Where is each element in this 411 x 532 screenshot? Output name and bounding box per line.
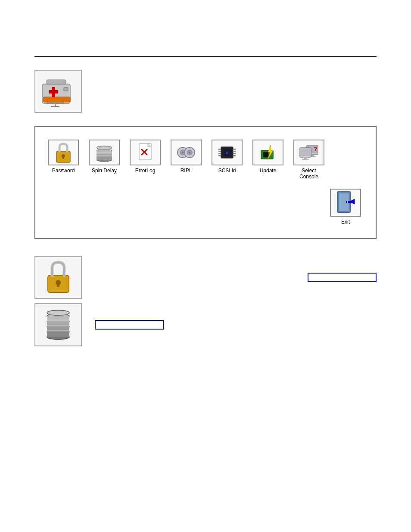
svg-rect-16: [97, 154, 112, 157]
bottom-section: [34, 256, 377, 346]
spin-delay-icon: [95, 142, 114, 163]
select-console-icon-box: ?: [293, 140, 324, 165]
ripl-label: RIPL: [181, 168, 192, 174]
password-icon-box: [48, 140, 79, 165]
svg-rect-42: [233, 153, 236, 154]
svg-rect-14: [97, 157, 112, 160]
svg-point-75: [47, 310, 69, 315]
disk-input[interactable]: [95, 320, 164, 330]
tool-icon-box: [34, 70, 82, 113]
scsi-id-icon: IC: [218, 142, 237, 163]
svg-rect-1: [47, 80, 66, 85]
spin-delay-icon-item[interactable]: Spin Delay: [85, 140, 124, 174]
svg-rect-65: [57, 283, 59, 287]
scsi-id-label: SCSI id: [218, 168, 236, 174]
scsi-id-icon-item[interactable]: IC SCSI id: [208, 140, 246, 174]
top-divider: [34, 56, 377, 57]
svg-rect-68: [47, 332, 69, 337]
svg-rect-47: [263, 152, 268, 157]
error-log-icon-box: [130, 140, 161, 165]
exit-icon: [334, 190, 358, 215]
disk-bottom-icon-box: [34, 303, 82, 346]
svg-text:?: ?: [314, 146, 318, 152]
svg-rect-74: [47, 316, 69, 321]
svg-rect-56: [302, 159, 309, 160]
page-wrapper: Password: [0, 0, 411, 364]
top-spacer: [34, 17, 377, 43]
tool-icon: [40, 75, 77, 108]
update-icon: [258, 142, 277, 163]
svg-rect-62: [347, 201, 348, 203]
disk-bottom-row: [34, 303, 377, 346]
svg-point-19: [97, 146, 112, 149]
icons-row: Password: [44, 140, 367, 180]
error-log-label: ErrorLog: [135, 168, 156, 174]
password-label: Password: [52, 168, 75, 174]
disk-bottom-icon: [44, 308, 72, 342]
svg-text:IC: IC: [225, 151, 229, 154]
spin-delay-icon-box: [89, 140, 120, 165]
svg-point-34: [189, 152, 190, 153]
svg-rect-43: [233, 155, 236, 156]
select-console-label: Select Console: [299, 168, 318, 180]
exit-icon-box: [330, 189, 361, 217]
update-icon-box: [252, 140, 283, 165]
top-icon-area: [34, 70, 377, 113]
svg-rect-55: [304, 157, 307, 159]
exit-icon-item[interactable]: Exit: [326, 189, 365, 225]
password-icon: [54, 142, 73, 163]
ripl-icon-box: [171, 140, 202, 165]
svg-rect-40: [233, 149, 236, 150]
password-input[interactable]: [308, 273, 377, 282]
main-panel: Password: [34, 126, 377, 239]
svg-rect-38: [218, 153, 221, 154]
select-console-icon-item[interactable]: ? Select Console: [290, 140, 328, 180]
svg-rect-37: [218, 151, 221, 152]
scsi-id-icon-box: IC: [212, 140, 243, 165]
password-bottom-row: [34, 256, 377, 299]
svg-rect-36: [218, 149, 221, 150]
ripl-icon-item[interactable]: RIPL: [167, 140, 206, 174]
update-icon-item[interactable]: Update: [249, 140, 287, 174]
spin-delay-label: Spin Delay: [92, 168, 117, 174]
svg-rect-11: [62, 156, 64, 159]
password-bottom-icon: [44, 260, 72, 295]
exit-label: Exit: [341, 219, 350, 225]
svg-rect-39: [218, 155, 221, 156]
password-icon-item[interactable]: Password: [44, 140, 83, 174]
svg-rect-70: [47, 327, 69, 332]
ripl-icon: [177, 142, 196, 163]
svg-rect-6: [47, 103, 64, 104]
svg-rect-5: [64, 87, 68, 91]
svg-rect-54: [301, 149, 310, 156]
password-bottom-icon-box: [34, 256, 82, 299]
second-row: Exit: [44, 189, 367, 225]
svg-rect-41: [233, 151, 236, 152]
select-console-icon: ?: [297, 142, 321, 163]
svg-rect-18: [97, 151, 112, 154]
svg-rect-4: [49, 90, 58, 93]
svg-point-31: [182, 152, 184, 153]
error-log-icon: [136, 142, 155, 163]
error-log-icon-item[interactable]: ErrorLog: [126, 140, 165, 174]
svg-rect-2: [44, 97, 70, 102]
update-label: Update: [260, 168, 277, 174]
svg-rect-72: [47, 321, 69, 327]
